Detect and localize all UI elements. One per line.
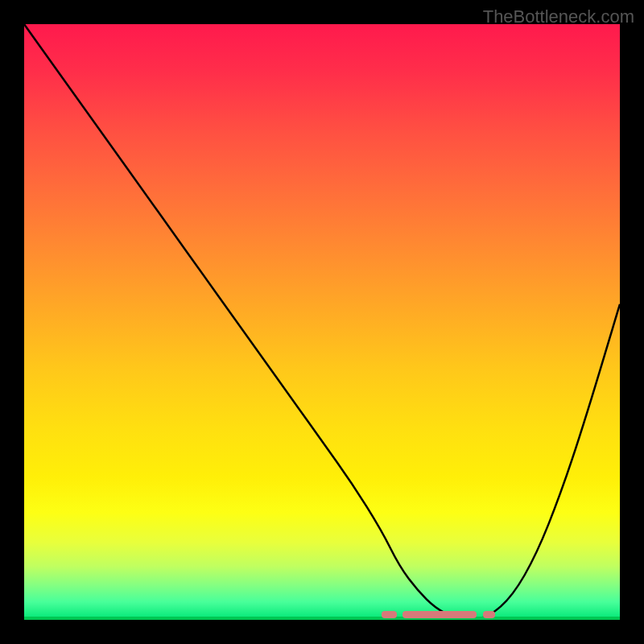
chart-plot-area [24, 24, 620, 620]
bottleneck-curve [24, 24, 620, 619]
optimal-baseline [24, 617, 620, 620]
optimal-marker-segment [483, 611, 495, 618]
optimal-marker-segment [382, 611, 397, 618]
optimal-marker-segment [402, 611, 477, 618]
curve-svg [24, 24, 620, 620]
watermark-text: TheBottleneck.com [483, 6, 634, 27]
